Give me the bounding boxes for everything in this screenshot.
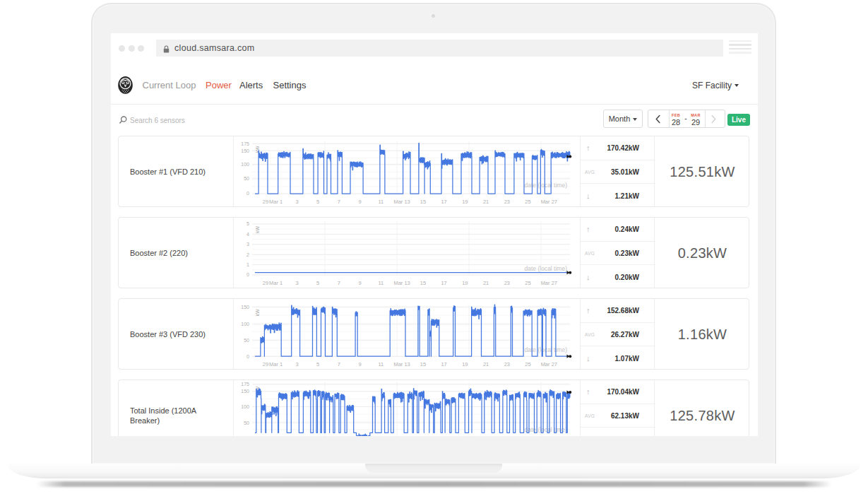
svg-text:9: 9 <box>359 199 362 205</box>
svg-text:Mar 13: Mar 13 <box>393 199 410 205</box>
svg-text:0: 0 <box>246 272 249 277</box>
svg-text:15: 15 <box>420 199 426 205</box>
svg-text:3: 3 <box>295 361 298 367</box>
svg-text:7: 7 <box>338 280 340 286</box>
svg-text:Mar 27: Mar 27 <box>541 361 557 367</box>
svg-text:5: 5 <box>246 221 249 226</box>
svg-text:date (local time): date (local time) <box>525 182 568 189</box>
svg-text:150: 150 <box>241 389 249 394</box>
svg-text:2: 2 <box>246 252 249 257</box>
svg-text:Mar 13: Mar 13 <box>393 280 410 286</box>
svg-text:150: 150 <box>241 148 249 153</box>
svg-text:100: 100 <box>241 404 249 409</box>
svg-text:19: 19 <box>462 199 468 205</box>
svg-text:5: 5 <box>316 280 319 286</box>
svg-text:23: 23 <box>504 199 510 205</box>
svg-text:17: 17 <box>441 361 446 367</box>
svg-text:1: 1 <box>246 262 249 267</box>
svg-text:7: 7 <box>338 199 340 205</box>
svg-text:17: 17 <box>441 280 446 286</box>
svg-text:19: 19 <box>462 280 468 286</box>
svg-text:5: 5 <box>316 199 319 205</box>
svg-text:21: 21 <box>483 199 489 205</box>
svg-text:21: 21 <box>483 361 489 367</box>
svg-text:25: 25 <box>525 280 530 286</box>
svg-text:19: 19 <box>462 361 468 367</box>
svg-text:175: 175 <box>241 382 249 387</box>
svg-text:3: 3 <box>246 242 249 247</box>
svg-text:9: 9 <box>359 280 362 286</box>
svg-text:11: 11 <box>379 280 384 286</box>
svg-text:100: 100 <box>241 162 249 167</box>
svg-text:0: 0 <box>246 191 249 196</box>
svg-text:175: 175 <box>241 141 249 146</box>
svg-text:50: 50 <box>244 421 249 425</box>
svg-text:15: 15 <box>420 361 426 367</box>
svg-text:Mar 27: Mar 27 <box>541 280 557 286</box>
svg-text:100: 100 <box>241 322 249 327</box>
svg-text:4: 4 <box>246 232 249 237</box>
svg-text:29: 29 <box>263 280 268 286</box>
svg-text:29: 29 <box>263 199 268 205</box>
svg-text:Mar 13: Mar 13 <box>393 361 410 367</box>
svg-text:Mar 1: Mar 1 <box>269 280 283 286</box>
svg-text:15: 15 <box>420 280 426 286</box>
svg-text:17: 17 <box>441 199 446 205</box>
svg-text:kW: kW <box>255 226 260 234</box>
svg-text:5: 5 <box>316 361 319 367</box>
svg-text:50: 50 <box>244 176 249 181</box>
svg-text:21: 21 <box>483 280 489 286</box>
svg-text:11: 11 <box>379 199 384 205</box>
svg-text:29: 29 <box>263 361 268 367</box>
svg-text:150: 150 <box>241 305 249 310</box>
svg-text:23: 23 <box>504 280 510 286</box>
svg-text:Mar 1: Mar 1 <box>269 199 283 205</box>
svg-text:3: 3 <box>295 280 298 286</box>
svg-text:25: 25 <box>525 361 530 367</box>
svg-text:date (local time): date (local time) <box>525 265 568 272</box>
svg-text:11: 11 <box>379 361 384 367</box>
svg-text:Mar 27: Mar 27 <box>541 199 557 205</box>
svg-text:25: 25 <box>525 199 530 205</box>
svg-text:Mar 1: Mar 1 <box>269 361 283 367</box>
svg-text:7: 7 <box>338 361 340 367</box>
svg-text:50: 50 <box>244 338 249 343</box>
svg-text:9: 9 <box>359 361 362 367</box>
svg-text:kW: kW <box>255 309 260 317</box>
svg-text:3: 3 <box>295 199 298 205</box>
svg-text:0: 0 <box>246 354 249 359</box>
svg-text:23: 23 <box>504 361 510 367</box>
